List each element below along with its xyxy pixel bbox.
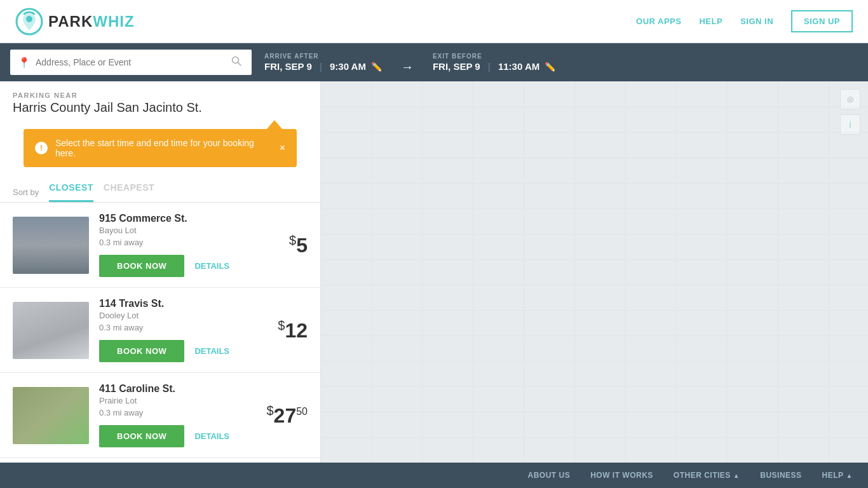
arrive-label: ARRIVE AFTER — [264, 53, 382, 60]
listing-name-1: 915 Commerce St. — [99, 213, 247, 224]
tooltip-box-container: ! Select the start time and end time for… — [0, 129, 320, 175]
listing-price-2: $12 — [257, 318, 308, 342]
arrive-date: FRI, SEP 9 — [264, 61, 312, 72]
search-input-area: 📍 — [10, 50, 252, 75]
tooltip-message: Select the start time and end time for y… — [55, 138, 267, 158]
sign-up-button[interactable]: SIGN UP — [791, 10, 853, 32]
listing-price-3: $2750 — [257, 403, 308, 428]
book-button-1[interactable]: BOOK NOW — [99, 255, 184, 277]
exit-block: EXIT BEFORE FRI, SEP 9 | 11:30 AM ✏️ — [433, 53, 555, 72]
exit-edit-icon[interactable]: ✏️ — [545, 62, 555, 72]
listing-price-whole-3: 27 — [274, 403, 297, 426]
listing-price-whole-2: 12 — [285, 318, 308, 341]
arrive-time: 9:30 AM — [330, 61, 366, 72]
listing-sublabel-2: Dooley Lot — [99, 311, 247, 320]
listing-distance-1: 0.3 mi away — [99, 238, 247, 247]
location-pin-icon: 📍 — [18, 57, 31, 69]
arrive-block: ARRIVE AFTER FRI, SEP 9 | 9:30 AM ✏️ — [264, 53, 382, 72]
tab-closest[interactable]: CLOSEST — [49, 182, 93, 202]
listing-sublabel-1: Bayou Lot — [99, 226, 247, 235]
book-button-2[interactable]: BOOK NOW — [99, 340, 184, 362]
listing-image-3 — [13, 387, 89, 444]
map-location-button[interactable]: ◎ — [840, 89, 860, 109]
logo-area: PARKWHIZ — [15, 8, 135, 36]
listing-actions-3: BOOK NOW DETAILS — [99, 425, 247, 447]
search-input[interactable] — [36, 57, 229, 67]
listing-name-2: 114 Travis St. — [99, 298, 247, 309]
listing-info-1: 915 Commerce St. Bayou Lot 0.3 mi away B… — [99, 213, 247, 277]
listing-info-2: 114 Travis St. Dooley Lot 0.3 mi away BO… — [99, 298, 247, 362]
listing-card-1: 915 Commerce St. Bayou Lot 0.3 mi away B… — [0, 203, 320, 288]
listing-actions-2: BOOK NOW DETAILS — [99, 340, 247, 362]
tooltip-box: ! Select the start time and end time for… — [24, 129, 297, 167]
listing-price-symbol-2: $ — [278, 318, 285, 332]
listing-price-whole-1: 5 — [296, 233, 308, 256]
listing-price-symbol-1: $ — [289, 233, 296, 247]
parking-near-section: PARKING NEAR Harris County Jail San Jaci… — [0, 81, 320, 120]
map-controls: ◎ i — [840, 89, 860, 135]
exit-value: FRI, SEP 9 | 11:30 AM ✏️ — [433, 61, 555, 72]
listing-price-symbol-3: $ — [266, 403, 273, 417]
listing-price-1: $5 — [257, 233, 308, 257]
arrive-edit-icon[interactable]: ✏️ — [371, 62, 382, 72]
parking-near-location: Harris County Jail San Jacinto St. — [13, 100, 308, 115]
our-apps-link[interactable]: OUR APPS — [636, 17, 681, 26]
listing-sublabel-3: Prairie Lot — [99, 396, 247, 405]
parking-near-label: PARKING NEAR — [13, 92, 308, 99]
arrow-divider: → — [401, 60, 414, 74]
tooltip-arrow-container — [0, 120, 320, 129]
details-link-3[interactable]: DETAILS — [194, 431, 229, 441]
help-link[interactable]: HELP — [699, 17, 722, 26]
listing-actions-1: BOOK NOW DETAILS — [99, 255, 247, 277]
arrive-value: FRI, SEP 9 | 9:30 AM ✏️ — [264, 61, 382, 72]
sign-in-link[interactable]: SIGN IN — [740, 17, 773, 26]
listing-info-3: 411 Caroline St. Prairie Lot 0.3 mi away… — [99, 383, 247, 447]
listing-card-2: 114 Travis St. Dooley Lot 0.3 mi away BO… — [0, 288, 320, 373]
listing-card-3: 411 Caroline St. Prairie Lot 0.3 mi away… — [0, 373, 320, 458]
details-link-2[interactable]: DETAILS — [194, 346, 229, 356]
map-area: ◎ i — [321, 81, 868, 463]
tab-cheapest[interactable]: CHEAPEST — [104, 182, 154, 202]
sort-tabs: Sort by CLOSEST CHEAPEST — [0, 175, 320, 203]
listing-price-cents-3: 50 — [296, 406, 308, 417]
tooltip-region: ! Select the start time and end time for… — [0, 120, 320, 175]
listing-distance-3: 0.3 mi away — [99, 408, 247, 417]
search-button[interactable] — [229, 56, 244, 69]
tooltip-arrow — [267, 120, 282, 129]
logo-icon — [15, 8, 43, 36]
exit-date: FRI, SEP 9 — [433, 61, 480, 72]
svg-line-3 — [238, 63, 241, 66]
exit-label: EXIT BEFORE — [433, 53, 555, 60]
listing-name-3: 411 Caroline St. — [99, 383, 247, 395]
tooltip-info-icon: ! — [35, 142, 48, 154]
tooltip-close-button[interactable]: × — [280, 142, 285, 154]
sort-by-label: Sort by — [13, 187, 39, 197]
search-bar: 📍 ARRIVE AFTER FRI, SEP 9 | 9:30 AM ✏️ →… — [0, 43, 868, 81]
map-info-button[interactable]: i — [840, 114, 860, 135]
left-panel: PARKING NEAR Harris County Jail San Jaci… — [0, 81, 321, 463]
listing-distance-2: 0.3 mi away — [99, 323, 247, 332]
header: PARKWHIZ OUR APPS HELP SIGN IN SIGN UP — [0, 0, 868, 43]
exit-time: 11:30 AM — [498, 61, 539, 72]
book-button-3[interactable]: BOOK NOW — [99, 425, 184, 447]
svg-point-1 — [26, 16, 32, 22]
details-link-1[interactable]: DETAILS — [194, 261, 229, 271]
header-nav: OUR APPS HELP SIGN IN SIGN UP — [636, 10, 853, 32]
listing-image-1 — [13, 217, 89, 274]
logo-text: PARKWHIZ — [48, 13, 135, 30]
listing-image-2 — [13, 302, 89, 359]
main-layout: PARKING NEAR Harris County Jail San Jaci… — [0, 81, 868, 463]
time-section: ARRIVE AFTER FRI, SEP 9 | 9:30 AM ✏️ → E… — [264, 51, 858, 74]
